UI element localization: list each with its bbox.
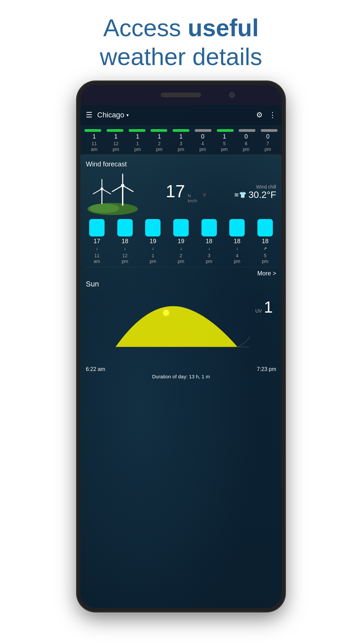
- app-content: ☰ Chicago ▾ ⚙ ⋮ 111110100 11 am12 pm1 pm…: [80, 105, 282, 608]
- wind-times-row: 11 am12 pm1 pm2 pm3 pm4 pm5 pm: [84, 253, 278, 264]
- wind-bar-speed-2: 19: [149, 238, 156, 245]
- precip-bar-6: [217, 129, 234, 132]
- dropdown-arrow-icon: ▾: [126, 112, 129, 118]
- sun-chart-container: UV 1: [86, 291, 276, 365]
- precip-values-row: 111110100: [84, 133, 278, 140]
- svg-line-6: [102, 189, 111, 194]
- wind-time-2: 1 pm: [140, 253, 165, 264]
- svg-line-5: [93, 189, 102, 194]
- wind-bar-item-0: 17↓: [84, 219, 109, 251]
- wind-turbines: [86, 172, 139, 212]
- precip-time-1: 12 pm: [106, 141, 126, 152]
- phone-camera: [229, 92, 235, 98]
- precip-time-4: 3 pm: [171, 141, 191, 152]
- wind-bar-speed-5: 18: [234, 238, 240, 245]
- page-header: Access useful weather details: [100, 13, 262, 71]
- precip-value-3: 1: [149, 133, 169, 140]
- wind-speed-number: 17: [166, 181, 185, 201]
- wind-chill-label: Wind chill: [234, 184, 276, 190]
- svg-point-15: [162, 309, 170, 317]
- wind-time-1: 12 pm: [113, 253, 137, 264]
- precip-value-5: 0: [193, 133, 213, 140]
- wind-arrow-icon: ▼: [201, 191, 208, 199]
- wind-time-3: 2 pm: [169, 253, 193, 264]
- precip-bars-row: [84, 129, 278, 132]
- precip-value-4: 1: [171, 133, 191, 140]
- sunrise-time: 6:22 am: [86, 366, 105, 372]
- wind-bar-speed-0: 17: [94, 238, 100, 245]
- wind-content: 17 N km/h ▼ Wind chill ≋👕 30.2°F: [86, 172, 276, 212]
- wind-bar-speed-6: 18: [262, 238, 268, 245]
- city-selector[interactable]: Chicago ▾: [97, 111, 129, 119]
- svg-point-1: [89, 204, 119, 213]
- precip-time-5: 4 pm: [193, 141, 213, 152]
- wind-time-4: 3 pm: [197, 253, 222, 264]
- precip-time-8: 7 pm: [258, 141, 278, 152]
- wind-unit-label: km/h: [188, 198, 197, 203]
- wind-bar-rect-5: [229, 219, 245, 236]
- wind-time-0: 11 am: [84, 253, 109, 264]
- precip-bar-5: [195, 129, 212, 132]
- wind-bar-speed-3: 19: [178, 238, 184, 245]
- sun-section: More > Sun: [80, 267, 282, 383]
- sun-label: Sun: [86, 280, 276, 288]
- wind-bar-rect-4: [201, 219, 217, 236]
- sun-arc-area: [99, 298, 263, 352]
- precip-value-6: 1: [215, 133, 234, 140]
- precip-time-7: 6 pm: [236, 141, 256, 152]
- wind-bar-rect-0: [89, 219, 105, 236]
- wind-chill-value: ≋👕 30.2°F: [234, 190, 276, 200]
- sun-times-row: 6:22 am 7:23 pm: [86, 366, 276, 372]
- precip-time-6: 5 pm: [215, 141, 234, 152]
- phone-speaker: [161, 93, 201, 97]
- header-line1: Access useful: [103, 14, 259, 41]
- wind-bar-speed-4: 18: [206, 238, 213, 245]
- precip-section: 111110100 11 am12 pm1 pm2 pm3 pm4 pm5 pm…: [80, 125, 282, 155]
- city-name: Chicago: [97, 111, 124, 119]
- wind-bar-rect-1: [117, 219, 133, 236]
- more-icon[interactable]: ⋮: [269, 111, 276, 119]
- uv-display: UV 1: [255, 298, 273, 316]
- wind-bar-item-4: 18↓: [197, 219, 222, 251]
- wind-bar-item-3: 19↓: [169, 219, 193, 251]
- wind-bar-dir-5: ↓: [236, 246, 238, 251]
- wind-bar-dir-1: ↓: [124, 246, 126, 251]
- wind-bar-dir-4: ↓: [208, 246, 210, 251]
- precip-bar-4: [173, 129, 189, 132]
- wind-section-title: Wind forecast: [86, 160, 276, 168]
- header-line2: weather details: [100, 43, 262, 70]
- precip-value-2: 1: [128, 133, 147, 140]
- precip-time-3: 2 pm: [149, 141, 169, 152]
- settings-icon[interactable]: ⚙: [256, 111, 263, 119]
- wind-time-6: 5 pm: [253, 253, 278, 264]
- wind-bar-item-6: 18↗: [253, 219, 278, 251]
- precip-time-0: 11 am: [84, 141, 104, 152]
- precip-value-1: 1: [106, 133, 126, 140]
- wind-bar-item-5: 18↓: [225, 219, 249, 251]
- more-link[interactable]: More >: [86, 270, 276, 277]
- wind-bar-rect-2: [145, 219, 161, 236]
- wind-section: Wind forecast: [80, 155, 282, 216]
- wind-speed-display: 17 N km/h ▼: [166, 181, 208, 203]
- svg-line-11: [123, 185, 133, 192]
- precip-value-0: 1: [84, 133, 104, 140]
- uv-value: 1: [264, 298, 273, 316]
- menu-icon[interactable]: ☰: [86, 111, 93, 119]
- topbar-right: ⚙ ⋮: [256, 111, 276, 119]
- wind-bar-dir-3: ↓: [180, 246, 182, 251]
- wind-bars-row: 17↓18↓19↓19↓18↓18↓18↗: [84, 219, 278, 251]
- wind-bar-rect-3: [173, 219, 189, 236]
- svg-line-10: [112, 185, 123, 192]
- wind-bars-section: 17↓18↓19↓19↓18↓18↓18↗ 11 am12 pm1 pm2 pm…: [80, 216, 282, 267]
- precip-bar-2: [129, 129, 145, 132]
- app-topbar: ☰ Chicago ▾ ⚙ ⋮: [80, 105, 282, 125]
- wind-bar-item-2: 19↓: [140, 219, 165, 251]
- precip-bar-3: [150, 129, 167, 132]
- wind-bar-speed-1: 18: [122, 238, 128, 245]
- wind-bar-dir-0: ↓: [96, 246, 98, 251]
- phone-frame: ☰ Chicago ▾ ⚙ ⋮ 111110100 11 am12 pm1 pm…: [77, 82, 285, 611]
- precip-bar-8: [261, 129, 278, 132]
- wind-chill-box: Wind chill ≋👕 30.2°F: [234, 184, 276, 200]
- precip-bar-7: [239, 129, 255, 132]
- wind-chill-temp: 30.2°F: [248, 190, 276, 200]
